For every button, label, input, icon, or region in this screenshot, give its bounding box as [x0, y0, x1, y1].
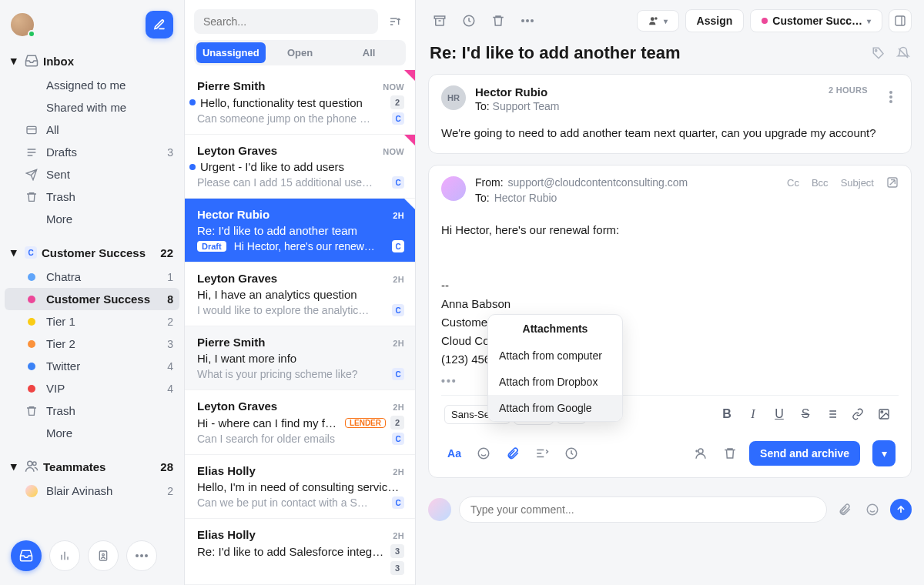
- conversation-item[interactable]: Leyton Graves2H Hi, I have an analytics …: [185, 262, 415, 326]
- message-menu-button[interactable]: [883, 85, 899, 109]
- unread-dot-icon: [189, 99, 196, 105]
- cc-button[interactable]: Cc: [787, 177, 799, 189]
- sidebar-item[interactable]: Twitter4: [5, 355, 179, 377]
- image-button[interactable]: [872, 403, 896, 425]
- drafts-icon: [25, 146, 38, 159]
- conversation-item[interactable]: Elias Holly2H Re: I'd like to add Salesf…: [185, 519, 415, 585]
- schedule-button[interactable]: [561, 443, 581, 463]
- quick-reply-button[interactable]: [532, 443, 552, 463]
- cs-badge-icon: C: [25, 246, 37, 259]
- sort-button[interactable]: [384, 11, 406, 32]
- archive-button[interactable]: [428, 9, 451, 32]
- more-actions-button[interactable]: [516, 9, 539, 32]
- attachment-popover: Attachments Attach from computer Attach …: [487, 314, 623, 422]
- conversation-item[interactable]: Leyton GravesNOW Urgent - I'd like to ad…: [185, 135, 415, 199]
- sidebar-item[interactable]: All: [5, 119, 179, 141]
- assignee-dropdown[interactable]: ▾: [637, 10, 679, 32]
- sidebar-item[interactable]: More: [5, 422, 179, 444]
- snooze-button[interactable]: [457, 9, 480, 32]
- assign-button[interactable]: Assign: [685, 9, 745, 32]
- message-time: 2 HOURS: [829, 85, 868, 95]
- send-options-button[interactable]: ▾: [872, 440, 896, 466]
- conversation-item[interactable]: Elias Holly2H Hello, I'm in need of cons…: [185, 455, 415, 519]
- cs-section-toggle[interactable]: ▾ C Customer Success 22: [5, 239, 179, 266]
- sidebar-item[interactable]: VIP4: [5, 377, 179, 399]
- discard-button[interactable]: [720, 443, 740, 463]
- main-pane: ▾ Assign Customer Succ… ▾ Re: I'd like t…: [416, 0, 924, 585]
- sidebar-item[interactable]: Tier 23: [5, 333, 179, 355]
- footer-analytics-button[interactable]: [49, 540, 80, 571]
- attach-computer[interactable]: Attach from computer: [488, 343, 622, 369]
- attach-google[interactable]: Attach from Google: [488, 395, 622, 421]
- corner-flag-icon: [404, 135, 415, 145]
- compose-button[interactable]: [146, 11, 173, 38]
- footer-inbox-button[interactable]: [11, 540, 42, 571]
- tab-unassigned[interactable]: Unassigned: [196, 42, 266, 63]
- sidebar-item[interactable]: Sent: [5, 163, 179, 186]
- tray-icon: [25, 124, 38, 136]
- team-section-toggle[interactable]: ▾ Teammates 28: [5, 453, 179, 480]
- compose-avatar: [441, 176, 466, 201]
- mute-icon[interactable]: [896, 46, 910, 60]
- color-dot-icon: [25, 273, 38, 281]
- sidebar-item[interactable]: Customer Success8: [5, 288, 179, 310]
- trash-button[interactable]: [487, 9, 510, 32]
- popout-button[interactable]: [886, 176, 899, 189]
- footer-more-button[interactable]: [126, 540, 157, 571]
- emoji-button[interactable]: [474, 443, 494, 463]
- send-button[interactable]: Send and archive: [749, 441, 860, 466]
- comment-avatar: [428, 498, 451, 521]
- comment-emoji-icon[interactable]: [862, 500, 882, 520]
- attachment-button[interactable]: [503, 443, 523, 463]
- sidebar-item[interactable]: Assigned to me: [5, 74, 179, 96]
- inbox-icon: [25, 54, 38, 68]
- subject-button[interactable]: Subject: [841, 177, 874, 189]
- sidebar-item[interactable]: Shared with me: [5, 96, 179, 119]
- conversation-item[interactable]: Pierre SmithNOW Hello, functionality tes…: [185, 70, 415, 135]
- bold-button[interactable]: B: [715, 403, 738, 425]
- text-format-button[interactable]: Aa: [444, 443, 464, 463]
- sidebar-item[interactable]: Trash: [5, 186, 179, 208]
- tag-icon[interactable]: [872, 46, 886, 60]
- sidebar-item[interactable]: More: [5, 208, 179, 230]
- footer-contacts-button[interactable]: [88, 540, 119, 571]
- comment-send-button[interactable]: [890, 499, 912, 520]
- count-badge: 2: [390, 95, 404, 109]
- user-avatar[interactable]: [11, 13, 34, 36]
- search-input[interactable]: [194, 9, 378, 34]
- tab-all[interactable]: All: [334, 42, 403, 63]
- svg-point-16: [875, 50, 877, 52]
- svg-rect-8: [434, 16, 445, 18]
- svg-point-5: [136, 554, 139, 557]
- bcc-button[interactable]: Bcc: [812, 177, 829, 189]
- teammate-blair[interactable]: Blair Avinash 2: [5, 480, 179, 502]
- inbox-section-toggle[interactable]: ▾ Inbox: [5, 48, 179, 74]
- svg-point-4: [102, 553, 105, 556]
- attach-dropbox[interactable]: Attach from Dropbox: [488, 369, 622, 395]
- link-button[interactable]: [846, 403, 869, 425]
- strike-button[interactable]: S: [794, 403, 817, 425]
- italic-button[interactable]: I: [742, 403, 765, 425]
- add-participant-button[interactable]: [691, 443, 711, 463]
- tag-dropdown[interactable]: Customer Succ… ▾: [750, 9, 882, 32]
- svg-point-14: [654, 17, 658, 20]
- sidebar-item[interactable]: Trash: [5, 399, 179, 422]
- svg-rect-15: [896, 16, 905, 25]
- chevron-down-icon: ▾: [11, 54, 20, 68]
- conversation-item[interactable]: Pierre Smith2H Hi, I want more info What…: [185, 326, 415, 390]
- trash-icon: [25, 405, 38, 417]
- comment-attach-icon[interactable]: [835, 500, 855, 520]
- conversation-item[interactable]: Hector Rubio2H Re: I'd like to add anoth…: [185, 199, 415, 262]
- tab-open[interactable]: Open: [266, 42, 335, 63]
- conversation-item[interactable]: Leyton Graves2H Hi - where can I find my…: [185, 390, 415, 455]
- svg-point-23: [478, 448, 489, 459]
- sidebar-item[interactable]: Tier 12: [5, 310, 179, 333]
- comment-input[interactable]: [459, 496, 827, 523]
- expand-button[interactable]: [889, 9, 912, 32]
- list-button[interactable]: [820, 403, 843, 425]
- sidebar-item[interactable]: Chatra1: [5, 266, 179, 288]
- count-badge: 3: [390, 544, 404, 558]
- underline-button[interactable]: U: [768, 403, 791, 425]
- svg-point-18: [889, 95, 892, 99]
- sidebar-item[interactable]: Drafts3: [5, 141, 179, 163]
